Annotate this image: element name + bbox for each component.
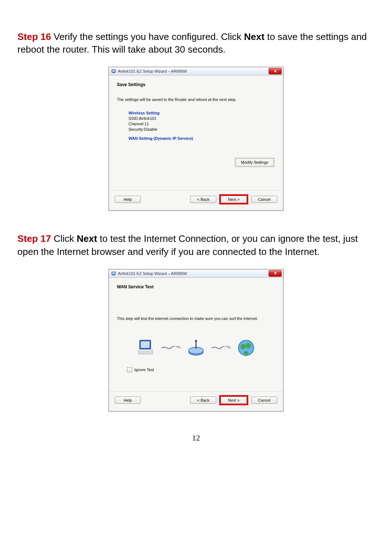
ignore-test-checkbox[interactable]	[127, 367, 132, 372]
ssid-line: SSID:Airlink101	[128, 116, 237, 121]
svg-rect-4	[112, 272, 115, 274]
back-button[interactable]: < Back	[190, 196, 216, 203]
dialog1-heading: Save Settings	[117, 82, 275, 87]
cable-icon	[162, 344, 180, 352]
close-icon[interactable]: ✕	[269, 68, 282, 74]
wan-test-dialog: Airlink101 EZ Setup Wizard – AR686W ✕ WA…	[109, 269, 283, 411]
svg-rect-1	[112, 70, 115, 72]
network-diagram	[117, 339, 275, 357]
security-line: Security:Disable	[128, 127, 237, 132]
cancel-button[interactable]: Cancel	[251, 397, 277, 404]
step16-text-a: Verify the settings you have configured.…	[51, 31, 244, 42]
svg-point-13	[195, 340, 197, 342]
channel-line: Channel:11	[128, 121, 237, 127]
cable-icon	[212, 344, 230, 352]
step16-label: Step 16	[17, 31, 51, 42]
step16-next-word: Next	[244, 31, 264, 42]
titlebar: Airlink101 EZ Setup Wizard – AR686W ✕	[109, 269, 283, 278]
svg-rect-9	[138, 350, 153, 351]
step17-label: Step 17	[17, 233, 51, 244]
settings-summary: Wireless Setting SSID:Airlink101 Channel…	[128, 110, 237, 141]
step16-paragraph: Step 16 Verify the settings you have con…	[17, 31, 375, 56]
cancel-button[interactable]: Cancel	[251, 196, 277, 203]
back-button[interactable]: < Back	[190, 397, 216, 404]
next-button[interactable]: Next >	[221, 397, 247, 404]
step17-next-word: Next	[77, 233, 97, 244]
app-icon	[111, 271, 116, 276]
close-icon[interactable]: ✕	[269, 270, 282, 277]
svg-rect-2	[113, 73, 114, 74]
app-icon	[111, 69, 116, 74]
help-button[interactable]: Help	[115, 397, 141, 404]
next-highlight: Next >	[219, 194, 248, 204]
router-icon	[187, 339, 205, 357]
wan-setting-heading: WAN Setting (Dynamic IP Service)	[128, 136, 237, 141]
wireless-setting-heading: Wireless Setting	[128, 110, 237, 116]
ignore-test-label: Ignore Test	[134, 368, 154, 372]
next-highlight: Next >	[219, 395, 248, 405]
step17-paragraph: Step 17 Click Next to test the Internet …	[17, 232, 375, 258]
dialog1-title: Airlink101 EZ Setup Wizard – AR686W	[118, 69, 187, 73]
svg-rect-7	[141, 341, 150, 348]
save-settings-dialog: Airlink101 EZ Setup Wizard – AR686W ✕ Sa…	[109, 67, 283, 211]
dialog1-subtext: The settings will be saved to the Router…	[117, 97, 275, 102]
globe-icon	[237, 339, 255, 357]
next-button[interactable]: Next >	[221, 196, 247, 203]
step17-text-a: Click	[51, 233, 77, 244]
help-button[interactable]: Help	[115, 196, 141, 203]
computer-icon	[137, 339, 155, 357]
dialog2-subtext: This step will test the internet connect…	[117, 316, 275, 321]
dialog2-heading: WAN Service Test	[117, 284, 275, 289]
modify-settings-button[interactable]: Modify Settings	[236, 158, 274, 166]
dialog2-title: Airlink101 EZ Setup Wizard – AR686W	[118, 271, 187, 276]
page-number: 12	[17, 433, 375, 443]
svg-rect-5	[113, 275, 114, 276]
titlebar: Airlink101 EZ Setup Wizard – AR686W ✕	[109, 67, 283, 76]
